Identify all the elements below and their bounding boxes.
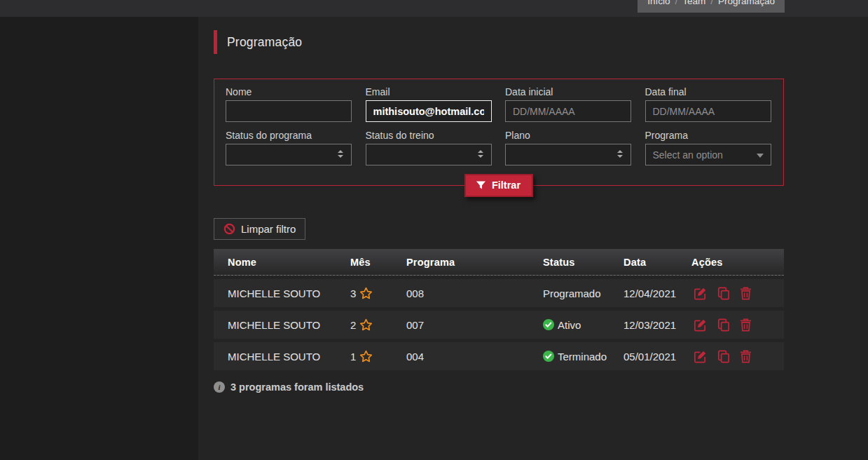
top-bar: Início/Team/Programação	[0, 0, 868, 17]
field-programa: Programa Select an option	[645, 130, 771, 165]
select-spinner-icon	[338, 150, 343, 158]
plano-label: Plano	[505, 130, 631, 141]
table-row: MICHELLE SOUTO 1 004 Terminado 05/01/202…	[214, 342, 784, 370]
nome-input[interactable]	[226, 100, 352, 122]
cell-acoes	[691, 318, 784, 332]
copy-icon[interactable]	[716, 349, 731, 364]
breadcrumb-item-current: Programação	[718, 0, 775, 6]
cell-status: Programado	[543, 288, 624, 299]
filtrar-button[interactable]: Filtrar	[464, 174, 533, 197]
cell-mes: 3	[350, 287, 406, 300]
field-data-final: Data final	[645, 86, 771, 122]
delete-icon[interactable]	[739, 318, 752, 332]
delete-icon[interactable]	[739, 349, 752, 364]
cell-acoes	[691, 286, 784, 301]
status-treino-select[interactable]	[366, 144, 492, 165]
cell-data: 12/03/2021	[624, 319, 691, 331]
filter-funnel-icon	[476, 180, 486, 191]
status-programa-label: Status do programa	[226, 130, 352, 141]
col-header-acoes: Ações	[691, 256, 784, 268]
status-check-icon	[543, 351, 554, 362]
delete-icon[interactable]	[739, 286, 752, 301]
field-data-inicial: Data inicial	[505, 86, 631, 122]
cell-nome: MICHELLE SOUTO	[214, 319, 350, 331]
table-row: MICHELLE SOUTO 2 007 Ativo 12/03/2021	[214, 311, 784, 339]
cell-mes: 1	[350, 350, 406, 363]
col-header-status: Status	[543, 256, 624, 268]
page-title: Programação	[227, 35, 302, 50]
field-status-programa: Status do programa	[226, 130, 352, 165]
edit-icon[interactable]	[693, 286, 708, 301]
main-content: Programação Nome Email Data inicial Data…	[198, 17, 868, 460]
col-header-nome: Nome	[214, 256, 350, 268]
cell-programa: 007	[406, 319, 543, 331]
chevron-down-icon	[757, 154, 764, 158]
plano-select[interactable]	[505, 144, 631, 165]
field-status-treino: Status do treino	[366, 130, 492, 165]
breadcrumb-separator: /	[710, 0, 713, 6]
field-nome: Nome	[226, 86, 352, 122]
breadcrumb-separator: /	[675, 0, 677, 6]
nome-label: Nome	[226, 86, 352, 97]
programa-select[interactable]: Select an option	[645, 144, 771, 165]
col-header-mes: Mês	[350, 256, 406, 268]
cell-programa: 004	[406, 351, 543, 363]
copy-icon[interactable]	[716, 318, 731, 332]
table-row: MICHELLE SOUTO 3 008 Programado 12/04/20…	[214, 279, 784, 307]
cell-mes: 2	[350, 318, 406, 332]
breadcrumb-item-inicio[interactable]: Início	[647, 0, 670, 6]
cell-acoes	[691, 349, 784, 364]
page-title-block: Programação	[214, 29, 784, 55]
email-input[interactable]	[366, 100, 492, 122]
email-label: Email	[366, 86, 492, 97]
col-header-programa: Programa	[406, 256, 543, 268]
star-icon[interactable]	[359, 318, 373, 332]
status-programa-select[interactable]	[226, 144, 352, 165]
table-body: MICHELLE SOUTO 3 008 Programado 12/04/20…	[214, 279, 784, 370]
data-final-input[interactable]	[645, 100, 771, 122]
filter-panel: Nome Email Data inicial Data final Statu…	[214, 79, 784, 186]
limpar-filtro-button[interactable]: Limpar filtro	[214, 218, 305, 240]
title-accent-bar	[214, 30, 217, 54]
cell-nome: MICHELLE SOUTO	[214, 288, 350, 299]
cell-nome: MICHELLE SOUTO	[214, 351, 350, 363]
field-plano: Plano	[505, 130, 631, 165]
edit-icon[interactable]	[693, 318, 708, 332]
data-inicial-input[interactable]	[505, 100, 631, 122]
data-inicial-label: Data inicial	[505, 86, 631, 97]
star-icon[interactable]	[359, 350, 373, 363]
star-icon[interactable]	[359, 287, 373, 300]
edit-icon[interactable]	[693, 349, 708, 364]
sidebar	[0, 17, 198, 460]
cell-data: 05/01/2021	[624, 351, 691, 363]
copy-icon[interactable]	[716, 286, 731, 301]
info-icon: i	[214, 381, 225, 393]
programa-label: Programa	[645, 130, 771, 141]
cell-status: Terminado	[543, 351, 624, 363]
breadcrumb: Início/Team/Programação	[638, 0, 785, 13]
select-spinner-icon	[478, 150, 483, 158]
cell-data: 12/04/2021	[624, 288, 691, 299]
field-email: Email	[366, 86, 492, 122]
list-count-text: 3 programas foram listados	[230, 381, 364, 393]
col-header-data: Data	[624, 256, 691, 268]
select-spinner-icon	[617, 150, 623, 158]
data-final-label: Data final	[645, 86, 771, 97]
table-header: Nome Mês Programa Status Data Ações	[214, 249, 784, 276]
list-count-info: i 3 programas foram listados	[214, 381, 784, 393]
status-check-icon	[543, 319, 554, 330]
ban-icon	[223, 223, 235, 235]
status-treino-label: Status do treino	[366, 130, 492, 141]
programs-table: Nome Mês Programa Status Data Ações MICH…	[214, 249, 784, 370]
breadcrumb-item-team[interactable]: Team	[682, 0, 705, 6]
programa-select-placeholder: Select an option	[653, 149, 723, 161]
cell-status: Ativo	[543, 319, 624, 331]
cell-programa: 008	[406, 288, 543, 299]
